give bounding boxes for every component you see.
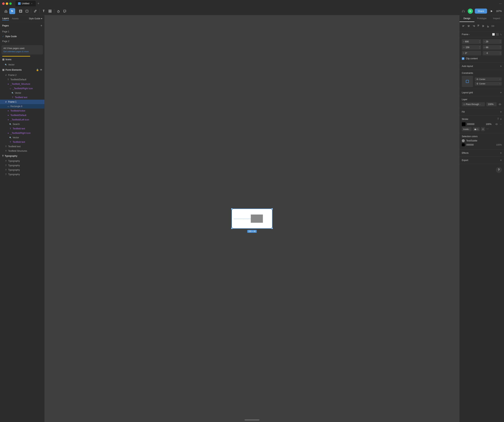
- textfield-text2-layer[interactable]: T Textfield text: [0, 126, 44, 131]
- sel-color-swatch-1[interactable]: [462, 139, 465, 142]
- tab-close-button[interactable]: ×: [30, 2, 33, 5]
- add-layout-grid-button[interactable]: +: [500, 91, 502, 94]
- clip-content-checkbox[interactable]: [462, 57, 464, 60]
- align-center-h-button[interactable]: [467, 24, 471, 28]
- align-bottom-button[interactable]: [486, 24, 490, 28]
- frame-view-icon-2[interactable]: ⬛: [496, 33, 499, 36]
- rotation-field[interactable]: R 0°: [462, 51, 481, 55]
- h-stepper[interactable]: ▴▾: [500, 46, 501, 49]
- textfield-structures-layer[interactable]: T Textfield Structures: [0, 149, 44, 153]
- layer-visibility-toggle[interactable]: [498, 102, 502, 106]
- home-tool[interactable]: [3, 8, 9, 14]
- stroke-settings-icon[interactable]: ⠿: [497, 118, 499, 121]
- textfield-default2-layer[interactable]: ✦ Textfield/Default: [0, 113, 44, 118]
- page-item-3[interactable]: Page 2: [0, 39, 44, 44]
- textfield-right-icon2-layer[interactable]: ✦ _Textfield/Right Icon: [0, 131, 44, 135]
- add-fill-button[interactable]: +: [500, 110, 502, 113]
- text-tool[interactable]: T: [41, 8, 47, 14]
- more-options-button[interactable]: ···: [499, 2, 502, 6]
- pen-tool[interactable]: [32, 8, 38, 14]
- share-button[interactable]: Share: [475, 9, 487, 14]
- stroke-align-select[interactable]: Inside ▾: [462, 127, 472, 131]
- frame-container[interactable]: 159 × 66: [232, 208, 272, 229]
- maximize-button[interactable]: [9, 2, 12, 5]
- corner-field[interactable]: ◯ 0 ▴▾: [483, 51, 502, 55]
- typography-1[interactable]: T Typography: [0, 159, 44, 163]
- vertical-constraint-select[interactable]: Center ▾: [475, 82, 502, 85]
- align-right-button[interactable]: [471, 24, 475, 28]
- headset-button[interactable]: [461, 9, 466, 14]
- add-auto-layout-button[interactable]: +: [500, 65, 502, 68]
- h-field[interactable]: H 66 ▴▾: [483, 45, 502, 50]
- opacity-field[interactable]: 100%: [486, 102, 497, 106]
- minimize-button[interactable]: [6, 2, 8, 5]
- shape-tool[interactable]: [24, 8, 30, 14]
- textfield-structure-layer[interactable]: ✦ _Textfield_Structure: [0, 82, 44, 86]
- textfield-right-icon-layer[interactable]: ◇ _Textfield/Right Icon: [0, 86, 44, 91]
- frame-resize-icon[interactable]: ⤡: [500, 33, 502, 36]
- active-tab[interactable]: Untitled ×: [15, 1, 36, 6]
- zoom-level[interactable]: 187%: [496, 10, 502, 12]
- stroke-more-options[interactable]: ···: [486, 127, 489, 131]
- search-layer[interactable]: 🔍 Search: [0, 122, 44, 126]
- rectangle8-layer[interactable]: ▭ Rectangle 8: [0, 104, 44, 109]
- add-effects-button[interactable]: +: [500, 151, 502, 155]
- align-center-v-button[interactable]: [481, 24, 485, 28]
- x-stepper[interactable]: ▴▾: [479, 40, 480, 43]
- stroke-size-field[interactable]: 1: [473, 127, 480, 131]
- frame-tool[interactable]: [18, 8, 24, 14]
- typography-2[interactable]: T Typography: [0, 163, 44, 168]
- stroke-visibility-toggle[interactable]: [495, 122, 498, 126]
- user-avatar[interactable]: G: [468, 9, 473, 14]
- handle-tl[interactable]: [231, 208, 233, 210]
- handle-br[interactable]: [271, 227, 273, 229]
- textfield-text3-layer[interactable]: T Textfield text: [0, 140, 44, 144]
- frame1-layer[interactable]: # Frame 1: [0, 100, 44, 104]
- textfield-active-layer[interactable]: ✦ Textfield/Active: [0, 109, 44, 113]
- assets-tab[interactable]: Assets: [12, 17, 18, 20]
- inspect-tab[interactable]: Inspect: [489, 15, 504, 22]
- corner-stepper[interactable]: ▴▾: [500, 52, 501, 55]
- y-field[interactable]: Y 29 ▴▾: [483, 39, 502, 44]
- y-stepper[interactable]: ▴▾: [500, 40, 501, 43]
- add-export-button[interactable]: +: [500, 159, 502, 162]
- stroke-more-icon[interactable]: ···: [500, 123, 502, 125]
- select-tool[interactable]: [9, 8, 15, 14]
- stroke-color-swatch[interactable]: [462, 122, 466, 126]
- canvas-scrollbar[interactable]: [245, 419, 259, 421]
- style-guide-tab[interactable]: Style Guide ▾: [29, 17, 42, 20]
- stroke-copy-icon[interactable]: ⊞: [481, 127, 485, 131]
- textfield-default-layer[interactable]: T Textfield/Default: [0, 77, 44, 82]
- page-item-1[interactable]: Page 1: [0, 29, 44, 34]
- handle-tr[interactable]: [271, 208, 273, 210]
- distribute-button[interactable]: [491, 24, 495, 28]
- x-field[interactable]: X 690 ▴▾: [462, 39, 481, 44]
- add-stroke-button[interactable]: +: [500, 118, 502, 121]
- w-stepper[interactable]: ▴▾: [479, 46, 480, 49]
- new-tab-button[interactable]: +: [36, 1, 41, 6]
- w-field[interactable]: W 159 ▴▾: [462, 45, 481, 50]
- component-tool[interactable]: [47, 8, 53, 14]
- vector-layer-1[interactable]: 🔍 Vector: [0, 62, 44, 67]
- align-top-button[interactable]: [476, 24, 480, 28]
- page-item-2[interactable]: ✓ Style Guide: [0, 34, 44, 39]
- horizontal-constraint-select[interactable]: Center ▾: [475, 77, 502, 81]
- handle-bl[interactable]: [231, 227, 233, 229]
- align-left-button[interactable]: [462, 24, 466, 28]
- upgrade-link[interactable]: Get unlimited pages & more: [3, 50, 41, 53]
- layers-tab[interactable]: Layers: [2, 17, 9, 20]
- canvas[interactable]: 159 × 66: [45, 15, 459, 422]
- lock-icon[interactable]: 🔒: [36, 69, 39, 71]
- play-button[interactable]: [489, 9, 494, 14]
- frame2-layer[interactable]: # Frame 2: [0, 73, 44, 77]
- vector-layer-3[interactable]: 🔍 Vector: [0, 135, 44, 140]
- typography-3[interactable]: T Typography: [0, 168, 44, 172]
- frame-view-icon-1[interactable]: ⬜: [492, 33, 495, 36]
- prototype-tab[interactable]: Prototype: [474, 15, 489, 22]
- blend-mode-select[interactable]: ◎ Pass through ▾: [462, 102, 485, 106]
- typography-4[interactable]: T Typography: [0, 172, 44, 177]
- vector-layer-2[interactable]: 🔍 Vector: [0, 91, 44, 95]
- eye-icon[interactable]: 👁: [40, 69, 42, 71]
- design-tab[interactable]: Design: [460, 15, 474, 22]
- textfield-left-icon-layer[interactable]: ✦ _Textfield/Left Icon: [0, 118, 44, 122]
